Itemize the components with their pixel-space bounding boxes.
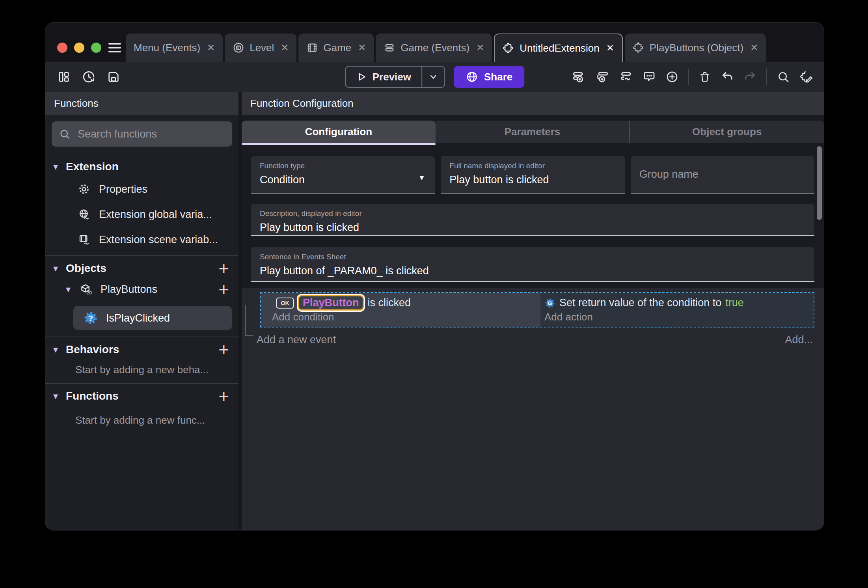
tab-label: Game (Events) [400,42,469,54]
comment-icon[interactable] [643,70,656,84]
sidebar-item-properties[interactable]: Properties [45,177,238,202]
tab-untitled-extension[interactable]: UntitledExtension ✕ [494,33,622,62]
add-free-function-button[interactable]: + [218,388,229,404]
add-circle-icon[interactable] [665,70,679,84]
condition-object-chip[interactable]: PlayButton [298,295,364,311]
window-tab-bar: Menu (Events) ✕ Level ✕ [45,22,824,62]
undo-icon[interactable] [721,70,734,84]
sidebar-item-isplayclicked[interactable]: ? IsPlayClicked [73,306,232,330]
sidebar-item-extension-global-variables[interactable]: Extension global varia... [45,202,238,227]
sentence-field[interactable]: Sentence in Events Sheet Play button of … [251,247,814,282]
divider [45,255,238,256]
preview-options-button[interactable] [422,67,444,87]
extension-icon [503,42,514,54]
save-icon[interactable] [107,70,120,84]
search-icon [59,128,71,140]
delete-icon[interactable] [698,71,711,83]
search-functions-box[interactable] [52,121,232,147]
tab-level[interactable]: Level ✕ [225,33,296,62]
close-icon[interactable]: ✕ [281,42,289,53]
functions-sidebar: Functions ▾ Extension P [45,92,238,530]
share-button[interactable]: Share [454,66,524,88]
sidebar-title: Functions [45,92,238,115]
main-toolbar: Preview Share [45,62,824,92]
tab-game-events[interactable]: Game (Events) ✕ [376,33,492,62]
close-window-button[interactable] [57,43,67,53]
level-icon [233,42,244,54]
search-functions-input[interactable] [77,128,225,141]
main-menu-icon[interactable] [108,43,121,52]
selected-event[interactable]: OK PlayButton is clicked Add condition [260,292,814,327]
close-icon[interactable]: ✕ [358,42,366,53]
add-object-button[interactable]: + [218,261,229,276]
object-row-playbuttons[interactable]: ▾ 2D PlayButtons + [45,278,238,300]
field-value: Play button is clicked [260,221,806,234]
divider [45,383,238,384]
action-text: Set return value of the condition to [559,297,721,309]
event-tree-line [245,305,246,336]
item-label: Properties [99,183,147,195]
tab-game[interactable]: Game ✕ [298,33,374,62]
minimize-window-button[interactable] [74,43,84,53]
globe-variable-icon [78,208,90,221]
chevron-down-icon[interactable]: ▾ [53,263,66,274]
tab-label: UntitledExtension [520,42,599,54]
extension-icon [633,42,644,54]
tab-object-groups[interactable]: Object groups [629,121,824,143]
tab-configuration[interactable]: Configuration [242,121,436,143]
dropdown-arrow-icon[interactable]: ▼ [418,173,426,182]
events-icon [384,42,395,54]
close-icon[interactable]: ✕ [476,42,484,53]
item-label: Extension global varia... [99,208,212,221]
play-icon [356,71,367,82]
scrollbar-thumb[interactable] [817,146,822,220]
tab-playbuttons-object[interactable]: PlayButtons (Object) ✕ [625,33,766,62]
tab-parameters[interactable]: Parameters [436,121,630,143]
chevron-down-icon[interactable]: ▾ [53,391,66,402]
section-label: Objects [66,262,218,275]
close-icon[interactable]: ✕ [207,42,215,53]
close-icon[interactable]: ✕ [750,42,758,53]
search-icon[interactable] [777,70,790,84]
functions-section-header[interactable]: ▾ Functions + [45,386,238,406]
field-value: Condition [260,174,426,186]
action-value: true [725,297,744,309]
project-manager-icon[interactable] [57,70,71,84]
chevron-down-icon[interactable]: ▾ [53,344,66,355]
svg-text:?: ? [88,314,93,322]
edit-extension-icon[interactable] [799,70,814,84]
object-label: PlayButtons [101,283,217,296]
add-more-button[interactable]: Add... [785,334,813,346]
event-conditions-column[interactable]: OK PlayButton is clicked Add condition [261,293,540,327]
tab-menu-events[interactable]: Menu (Events) ✕ [126,33,223,62]
preview-button[interactable]: Preview [345,66,445,88]
add-behavior-button[interactable]: + [218,342,229,357]
globe-icon [466,71,478,83]
close-icon[interactable]: ✕ [606,43,614,54]
extension-section-header[interactable]: ▾ Extension [45,157,238,177]
maximize-window-button[interactable] [91,43,101,53]
event-actions-column[interactable]: G Set return value of the condition to t… [540,293,814,327]
redo-icon[interactable] [743,70,757,84]
chevron-down-icon[interactable]: ▾ [53,161,66,172]
add-function-to-object-button[interactable]: + [218,281,229,297]
add-new-event-link[interactable]: Add a new event [257,334,336,346]
history-icon[interactable] [82,70,96,84]
sidebar-item-extension-scene-variables[interactable]: Extension scene variab... [45,227,238,252]
function-type-field[interactable]: Function type Condition ▼ [251,156,435,194]
chevron-down-icon[interactable]: ▾ [66,284,78,295]
add-subevent-icon[interactable] [595,70,609,84]
group-name-field[interactable]: Group name [631,156,814,194]
item-label: Extension scene variab... [99,234,218,246]
full-name-field[interactable]: Full name displayed in editor Play butto… [441,156,624,194]
description-field[interactable]: Description, displayed in editor Play bu… [251,204,814,236]
field-label: Sentence in Events Sheet [260,253,806,261]
functions-empty-hint: Start by adding a new func... [45,410,238,430]
scene-icon [306,42,318,54]
add-condition-link[interactable]: Add condition [272,311,540,323]
add-other-event-icon[interactable] [619,70,633,84]
objects-section-header[interactable]: ▾ Objects + [45,259,238,278]
add-action-link[interactable]: Add action [544,311,808,323]
behaviors-section-header[interactable]: ▾ Behaviors + [45,340,238,359]
add-event-icon[interactable] [572,70,586,84]
